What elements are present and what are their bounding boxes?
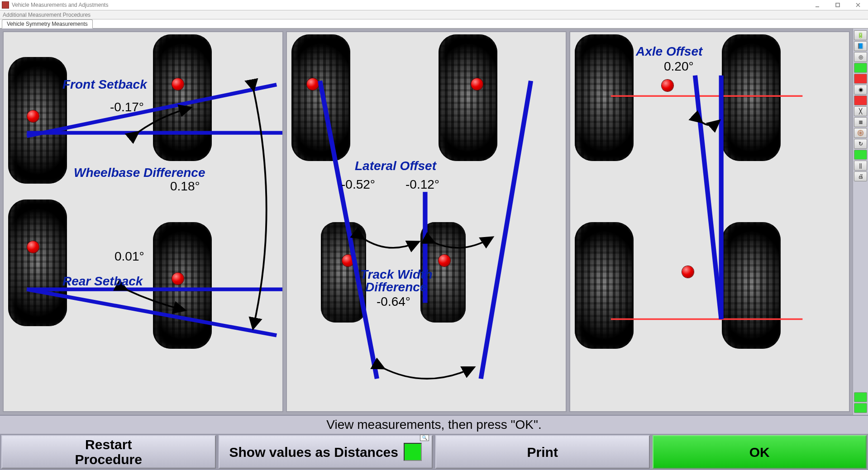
track-width-label-b: Difference bbox=[365, 280, 427, 294]
right-toolbar: 🔋 📘 ◎ ◉ ╳ ≣ 🛞 ↻ || 🖨 bbox=[853, 28, 868, 415]
rear-setback-value: 0.01° bbox=[114, 249, 144, 264]
lateral-offset-label: Lateral Offset bbox=[355, 159, 436, 173]
minimize-button[interactable] bbox=[807, 0, 827, 10]
svg-line-4 bbox=[27, 85, 277, 136]
panel-setback: Front Setback -0.17° Wheelbase Differenc… bbox=[3, 31, 283, 412]
print-button[interactable]: Print bbox=[435, 435, 650, 469]
tool-chassis-icon[interactable]: ≣ bbox=[854, 117, 867, 127]
work-area: Front Setback -0.17° Wheelbase Differenc… bbox=[0, 28, 868, 415]
tool-status-axle-rear bbox=[854, 403, 867, 413]
ok-button[interactable]: OK bbox=[653, 435, 867, 469]
menu-bar: Additional Measurement Procedures bbox=[0, 10, 868, 19]
tool-steer-icon[interactable]: 🛞 bbox=[854, 128, 867, 138]
axle-offset-value: 0.20° bbox=[664, 59, 694, 74]
tool-wheel-icon[interactable]: ◎ bbox=[854, 52, 867, 62]
show-distances-button[interactable]: 🔍 Show values as Distances bbox=[219, 435, 433, 469]
distance-color-swatch bbox=[404, 443, 422, 461]
lateral-overlay bbox=[287, 32, 566, 411]
wheelbase-diff-value: 0.18° bbox=[170, 179, 200, 194]
tool-indicator-green-a[interactable] bbox=[854, 63, 867, 73]
svg-line-8 bbox=[320, 81, 377, 379]
svg-line-9 bbox=[481, 81, 531, 379]
svg-rect-1 bbox=[836, 3, 839, 7]
tool-status-axle-front bbox=[854, 392, 867, 402]
window-title: Vehicle Measurements and Adjustments bbox=[12, 2, 108, 8]
button-row: Restart Procedure 🔍 Show values as Dista… bbox=[0, 434, 868, 470]
svg-line-7 bbox=[27, 290, 277, 336]
front-setback-label: Front Setback bbox=[62, 77, 147, 92]
tool-columns-icon[interactable]: || bbox=[854, 161, 867, 171]
panel-lateral-track: Lateral Offset -0.52° -0.12° Track Width… bbox=[286, 31, 567, 412]
magnifier-icon: 🔍 bbox=[420, 435, 429, 441]
front-setback-value: -0.17° bbox=[110, 100, 144, 114]
restart-procedure-button[interactable]: Restart Procedure bbox=[1, 435, 216, 469]
instruction-text: View measurements, then press "OK". bbox=[0, 415, 868, 434]
wheelbase-diff-label: Wheelbase Difference bbox=[74, 166, 205, 180]
menu-item-additional[interactable]: Additional Measurement Procedures bbox=[3, 12, 91, 18]
tool-indicator-green-b[interactable] bbox=[854, 150, 867, 160]
tab-symmetry[interactable]: Vehicle Symmetry Measurements bbox=[2, 19, 93, 28]
close-button[interactable] bbox=[848, 0, 868, 10]
tool-book-icon[interactable]: 📘 bbox=[854, 41, 867, 51]
svg-line-14 bbox=[695, 76, 721, 319]
lateral-offset-left-value: -0.52° bbox=[341, 177, 375, 192]
tool-indicator-red-b[interactable] bbox=[854, 95, 867, 105]
tool-battery-icon[interactable]: 🔋 bbox=[854, 30, 867, 40]
axle-overlay bbox=[570, 32, 849, 411]
tool-refresh-icon[interactable]: ↻ bbox=[854, 139, 867, 149]
track-width-value: -0.64° bbox=[377, 294, 410, 309]
lateral-offset-right-value: -0.12° bbox=[405, 177, 439, 192]
tool-indicator-red-a[interactable] bbox=[854, 74, 867, 84]
axle-offset-label: Axle Offset bbox=[636, 44, 702, 59]
tool-printer-icon[interactable]: 🖨 bbox=[854, 171, 867, 181]
maximize-button[interactable] bbox=[827, 0, 848, 10]
window-titlebar: Vehicle Measurements and Adjustments bbox=[0, 0, 868, 10]
tool-target-icon[interactable]: ◉ bbox=[854, 85, 867, 95]
panel-axle-offset: Axle Offset 0.20° bbox=[569, 31, 850, 412]
app-icon bbox=[2, 1, 9, 9]
tab-bar: Vehicle Symmetry Measurements bbox=[0, 19, 868, 28]
tool-axle-icon[interactable]: ╳ bbox=[854, 106, 867, 116]
rear-setback-label: Rear Setback bbox=[62, 274, 143, 289]
